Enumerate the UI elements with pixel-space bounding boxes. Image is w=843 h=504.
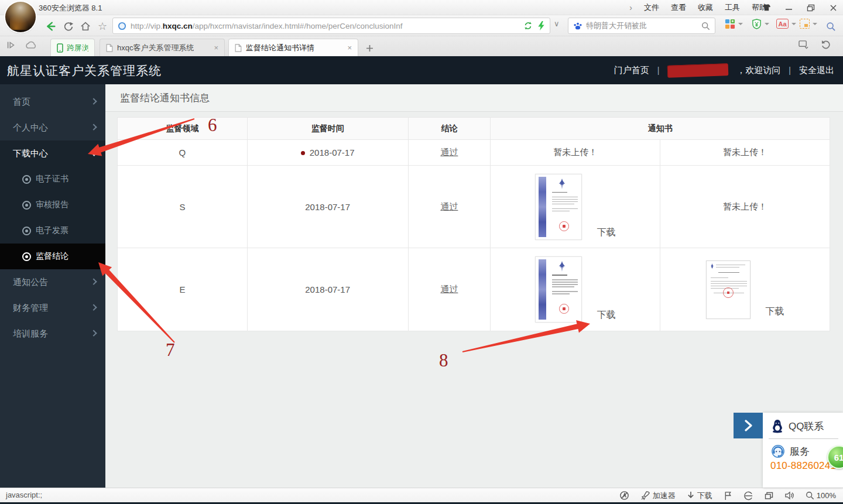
- header-area: 监督领域: [118, 118, 248, 140]
- tab-list-icon[interactable]: [798, 40, 809, 49]
- cloud-sync-icon[interactable]: [25, 40, 37, 50]
- page-speed-icon[interactable]: [523, 21, 533, 30]
- cell-area: E: [118, 248, 248, 331]
- download-manager-button[interactable]: 下载: [687, 491, 712, 501]
- sidebar-item-e-certificate[interactable]: 电子证书: [0, 166, 105, 192]
- search-query[interactable]: 特朗普大开销被批: [586, 20, 701, 31]
- app-header: 航星认证客户关系管理系统 门户首页 | ，欢迎访问 | 安全退出: [0, 56, 843, 84]
- download-link[interactable]: 下载: [597, 309, 616, 321]
- speaker-icon[interactable]: [784, 491, 794, 500]
- table-row: S 2018-07-17 通过 下载 暂未上传！: [118, 166, 830, 248]
- menu-file[interactable]: 文件: [644, 2, 659, 13]
- menu-expander-icon[interactable]: ›: [629, 3, 632, 12]
- radio-bullet-icon: [22, 175, 31, 184]
- ie-compat-icon[interactable]: [743, 491, 753, 500]
- download-link[interactable]: 下载: [597, 227, 616, 239]
- translate-button[interactable]: Aa: [776, 19, 796, 29]
- accelerator-button[interactable]: 加速器: [640, 491, 676, 501]
- app-header-nav: 门户首页 | ，欢迎访问 | 安全退出: [614, 56, 834, 84]
- sidebar-item-audit-report[interactable]: 审核报告: [0, 192, 105, 218]
- search-magnifier-icon[interactable]: [701, 22, 710, 30]
- download-link[interactable]: 下载: [766, 306, 784, 318]
- sidebar-item-e-invoice[interactable]: 电子发票: [0, 218, 105, 244]
- chevron-right-icon: [90, 279, 97, 285]
- zoom-level: 100%: [817, 491, 836, 500]
- skin-theme-icon[interactable]: [760, 2, 773, 13]
- minimize-button[interactable]: [782, 2, 795, 13]
- lightning-boost-icon[interactable]: [537, 21, 545, 30]
- close-button[interactable]: [827, 2, 839, 13]
- sidebar-item-notices[interactable]: 通知公告: [0, 269, 105, 295]
- page-title-strip: 监督结论通知书信息: [105, 84, 843, 112]
- ad-filter-icon[interactable]: [619, 491, 629, 500]
- browser-menubar: › 文件 查看 收藏 工具 帮助: [629, 0, 767, 15]
- certificate-logo-icon: [557, 260, 567, 272]
- find-in-page-icon[interactable]: [823, 19, 838, 34]
- tab-cross-screen[interactable]: 跨屏浏览: [50, 39, 95, 56]
- new-tab-button[interactable]: [363, 42, 376, 54]
- document-thumbnail[interactable]: [706, 260, 751, 319]
- certificate-seal-icon: [559, 304, 569, 314]
- sidebar-item-training[interactable]: 培训服务: [0, 321, 105, 347]
- menu-favorites[interactable]: 收藏: [698, 2, 713, 13]
- restore-button[interactable]: [804, 2, 817, 13]
- apps-grid-caret-icon[interactable]: [738, 23, 743, 25]
- notice-table: 监督领域 监督时间 结论 通知书 Q 2018-07-17 通过 暂未上传！ 暂…: [117, 117, 830, 331]
- money-shield-caret-icon[interactable]: [765, 23, 769, 25]
- refresh-icon[interactable]: [61, 19, 76, 34]
- window-mode-icon[interactable]: [765, 492, 773, 500]
- address-bar[interactable]: http://vip.hxqc.cn/app/hxcrm/navistar/in…: [112, 18, 550, 34]
- radio-bullet-icon: [22, 201, 31, 210]
- certificate-thumbnail[interactable]: [535, 174, 582, 240]
- download-arrow-icon: [687, 491, 695, 500]
- tab-close-icon[interactable]: ×: [214, 43, 218, 52]
- url-domain: hxqc.cn: [163, 22, 193, 30]
- cell-notice-2: 下载: [660, 248, 830, 331]
- sidebar-item-label: 通知公告: [13, 277, 48, 288]
- pass-link[interactable]: 通过: [440, 284, 458, 294]
- screenshot-button[interactable]: [800, 19, 817, 29]
- sidebar-item-home[interactable]: 首页: [0, 89, 105, 115]
- phone-icon: [57, 43, 63, 53]
- user-avatar[interactable]: [5, 2, 36, 32]
- menu-view[interactable]: 查看: [671, 2, 686, 13]
- pass-link[interactable]: 通过: [440, 201, 458, 211]
- apps-grid-button[interactable]: [725, 19, 743, 29]
- cell-notice-1: 下载: [491, 248, 660, 331]
- url-text[interactable]: http://vip.hxqc.cn/app/hxcrm/navistar/in…: [131, 22, 519, 30]
- certificate-thumbnail[interactable]: [535, 256, 582, 323]
- search-box[interactable]: 特朗普大开销被批: [568, 18, 715, 34]
- zoom-control[interactable]: 100%: [806, 491, 836, 500]
- sidebar-item-label: 审核报告: [36, 200, 68, 210]
- portal-home-link[interactable]: 门户首页: [614, 65, 649, 76]
- reopen-closed-tab-icon[interactable]: [821, 40, 831, 49]
- sidebar-item-finance[interactable]: 财务管理: [0, 295, 105, 321]
- url-path: /app/hxcrm/navistar/index.html#/home/per…: [193, 22, 403, 30]
- translate-caret-icon[interactable]: [791, 23, 796, 25]
- sidebar-item-label: 财务管理: [13, 303, 48, 314]
- flag-report-icon[interactable]: [724, 491, 732, 500]
- home-icon[interactable]: [78, 19, 93, 34]
- tab-close-icon[interactable]: ×: [347, 43, 352, 52]
- welcome-text: ，欢迎访问: [736, 65, 780, 76]
- qq-contact-row[interactable]: QQ联系: [763, 413, 843, 433]
- radio-bullet-icon: [22, 227, 31, 235]
- sidebar-item-personal-center[interactable]: 个人中心: [0, 115, 105, 140]
- sidebar-item-download-center[interactable]: 下载中心: [0, 140, 105, 166]
- logout-link[interactable]: 安全退出: [799, 65, 834, 76]
- favorite-star-icon[interactable]: ☆: [95, 19, 110, 34]
- annotation-number-6: 6: [208, 115, 217, 136]
- money-shield-button[interactable]: [752, 19, 769, 29]
- pass-link[interactable]: 通过: [440, 147, 458, 157]
- tab-crm-system[interactable]: hxqc客户关系管理系统 ×: [100, 39, 225, 56]
- address-dropdown-icon[interactable]: ∨: [554, 19, 560, 28]
- sidebar-item-supervision-conclusion[interactable]: 监督结论: [0, 244, 105, 269]
- back-icon[interactable]: [43, 19, 59, 34]
- qq-panel-collapse-button[interactable]: [734, 413, 763, 438]
- screenshot-caret-icon[interactable]: [813, 23, 817, 25]
- menu-tools[interactable]: 工具: [725, 2, 740, 13]
- tab-sidebar-toggle-icon[interactable]: [6, 40, 16, 50]
- chevron-right-icon: [90, 304, 97, 311]
- qq-contact-panel: QQ联系 服务 010-88260241 61: [763, 413, 843, 488]
- tab-notice-detail-active[interactable]: 监督结论通知书详情 ×: [228, 39, 358, 56]
